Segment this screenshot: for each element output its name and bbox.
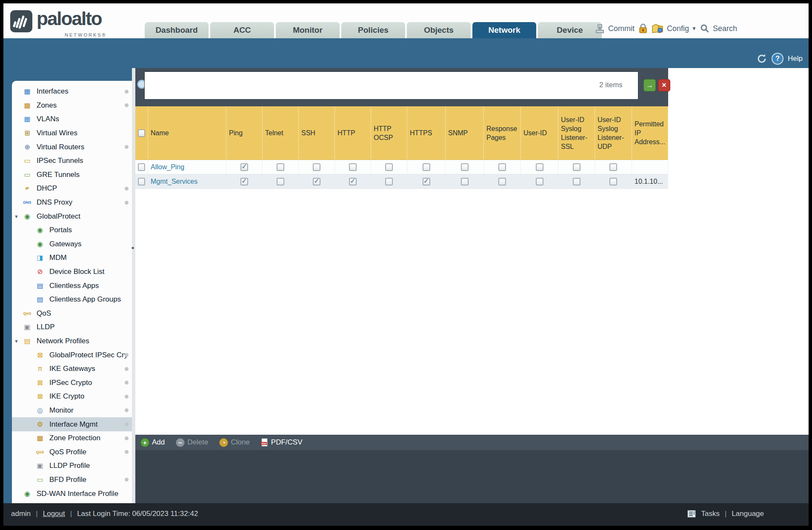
checkbox-mgmt-services-http[interactable] [349,178,357,185]
sidebar-item-gre-tunnels[interactable]: ▭GRE Tunnels [12,168,132,182]
checkbox-mgmt-services-telnet[interactable] [277,178,284,185]
sidebar-item-bfd-profile[interactable]: ▭BFD Profile [12,473,132,487]
sidebar-item-ipsec-crypto[interactable]: ⊠IPSec Crypto [12,376,132,390]
sidebar-item-virtual-wires[interactable]: ⊞Virtual Wires [12,126,132,140]
column-header-telnet[interactable]: Telnet [263,106,299,160]
sidebar-item-ipsec-tunnels[interactable]: ▭IPSec Tunnels [12,154,132,168]
tab-acc[interactable]: ACC [210,22,274,38]
help-icon[interactable]: ? [772,53,783,65]
sidebar-item-vlans[interactable]: ▦VLANs [12,112,132,126]
apply-filter-button[interactable]: → [643,79,656,91]
sidebar-item-mdm[interactable]: ◨MDM [12,251,132,265]
checkbox-mgmt-services-user-id[interactable] [536,178,543,185]
sidebar-item-qos-profile[interactable]: QoSQoS Profile [12,445,132,459]
lock-icon[interactable] [638,23,648,34]
column-header-http-ocsp[interactable]: HTTP OCSP [371,106,407,160]
refresh-icon[interactable] [756,53,767,64]
checkbox-allow-ping-http-ocsp[interactable] [385,163,393,171]
sidebar-item-monitor[interactable]: ◎Monitor [12,404,132,418]
sidebar-item-globalprotect-ipsec-crypto[interactable]: ⊠GlobalProtect IPSec Crypto [12,348,132,362]
checkbox-mgmt-services-http-ocsp[interactable] [385,178,393,185]
sidebar-item-globalprotect[interactable]: ▼◉GlobalProtect [12,209,132,223]
sidebar-item-portals[interactable]: ◉Portals [12,223,132,237]
profile-name-link[interactable]: Mgmt_Services [151,178,197,185]
checkbox-allow-ping-ping[interactable] [240,163,248,171]
column-header-user-id[interactable]: User-ID [521,106,558,160]
help-label[interactable]: Help [788,54,803,63]
checkbox-mgmt-services-ssh[interactable] [313,178,320,185]
checkbox-allow-ping-user-id[interactable] [536,163,543,171]
tab-device[interactable]: Device [538,22,602,38]
clone-button[interactable]: ◔ Clone [219,438,249,447]
tab-policies[interactable]: Policies [341,22,405,38]
checkbox-mgmt-services-response-pages[interactable] [498,178,506,185]
sidebar-item-interface-mgmt[interactable]: ⚙Interface Mgmt [12,417,132,431]
profile-name-link[interactable]: Allow_Ping [151,163,184,171]
row-select-checkbox[interactable] [138,163,145,171]
tasks-button[interactable]: Tasks [701,510,719,518]
logout-link[interactable]: Logout [43,510,65,518]
sidebar-item-ike-gateways[interactable]: πIKE Gateways [12,362,132,376]
column-header-response-pages[interactable]: Response Pages [484,106,521,160]
column-header-https[interactable]: HTTPS [407,106,446,160]
checkbox-mgmt-services-ping[interactable] [240,178,248,185]
filter-input[interactable] [144,71,638,100]
sidebar-item-qos[interactable]: QoSQoS [12,307,132,321]
tab-network[interactable]: Network [472,22,536,38]
tab-dashboard[interactable]: Dashboard [145,22,209,38]
column-header-http[interactable]: HTTP [335,106,371,160]
sidebar-item-lldp-profile[interactable]: ▣LLDP Profile [12,459,132,473]
column-header-ssh[interactable]: SSH [299,106,335,160]
column-header-user-id-syslog-listener-ssl[interactable]: User-ID Syslog Listener-SSL [558,106,595,160]
select-all-checkbox[interactable] [138,129,145,137]
row-select-checkbox[interactable] [138,178,145,185]
checkbox-allow-ping-response-pages[interactable] [498,163,506,171]
sidebar-item-ike-crypto[interactable]: ⊠IKE Crypto [12,390,132,404]
tree-expander-icon[interactable]: ▼ [14,214,19,219]
config-menu[interactable]: Config [667,24,689,33]
sidebar-item-network-profiles[interactable]: ▼▤Network Profiles [12,334,132,348]
checkbox-allow-ping-https[interactable] [423,163,430,171]
checkbox-allow-ping-snmp[interactable] [461,163,469,171]
checkbox-mgmt-services-user-id-syslog-listener-udp[interactable] [609,178,617,185]
checkbox-allow-ping-telnet[interactable] [277,163,284,171]
sidebar-item-dhcp[interactable]: IPDHCP [12,182,132,196]
sidebar-item-clientless-apps[interactable]: ▤Clientless Apps [12,279,132,293]
column-header-name[interactable]: Name [148,106,226,160]
chevron-down-icon[interactable]: ▼ [692,26,697,31]
column-header-permitted-ip-address[interactable]: Permitted IP Address... [632,106,668,160]
qos-profile-icon: QoS [35,448,45,456]
sidebar-item-zones[interactable]: ▩Zones [12,99,132,113]
checkbox-mgmt-services-snmp[interactable] [461,178,469,185]
collapse-sidebar-icon[interactable]: ◂ [131,245,134,251]
tab-monitor[interactable]: Monitor [276,22,340,38]
delete-button[interactable]: − Delete [176,438,208,447]
add-button[interactable]: + Add [140,438,165,447]
checkbox-allow-ping-user-id-syslog-listener-ssl[interactable] [573,163,580,171]
column-header-ping[interactable]: Ping [226,106,263,160]
sidebar-item-clientless-app-groups[interactable]: ▤Clientless App Groups [12,293,132,307]
sidebar-item-zone-protection[interactable]: ▩Zone Protection [12,431,132,445]
checkbox-allow-ping-ssh[interactable] [313,163,320,171]
pdf-csv-button[interactable]: PDF PDF/CSV [261,438,303,447]
commit-button[interactable]: Commit [608,24,635,33]
column-header-snmp[interactable]: SNMP [446,106,484,160]
checkbox-mgmt-services-user-id-syslog-listener-ssl[interactable] [573,178,580,185]
sidebar-item-virtual-routers[interactable]: ⊕Virtual Routers [12,140,132,154]
sidebar-item-interfaces[interactable]: ▦Interfaces [12,85,132,99]
checkbox-mgmt-services-https[interactable] [423,178,430,185]
search-button[interactable]: Search [713,24,737,33]
sidebar-item-sd-wan-interface-profile[interactable]: ◉SD-WAN Interface Profile [12,487,132,501]
checkbox-allow-ping-http[interactable] [349,163,357,171]
tab-objects[interactable]: Objects [407,22,471,38]
sidebar-item-dns-proxy[interactable]: DNSDNS Proxy [12,196,132,210]
sidebar-splitter[interactable]: ◂ [132,68,135,503]
checkbox-allow-ping-user-id-syslog-listener-udp[interactable] [609,163,617,171]
tree-expander-icon[interactable]: ▼ [14,339,19,344]
language-button[interactable]: Language [732,510,764,518]
column-header-user-id-syslog-listener-udp[interactable]: User-ID Syslog Listener-UDP [595,106,632,160]
sidebar-item-gateways[interactable]: ◉Gateways [12,237,132,251]
clear-filter-button[interactable]: × [658,79,670,91]
sidebar-item-lldp[interactable]: ▣LLDP [12,320,132,334]
sidebar-item-device-block-list[interactable]: ⊘Device Block List [12,265,132,279]
